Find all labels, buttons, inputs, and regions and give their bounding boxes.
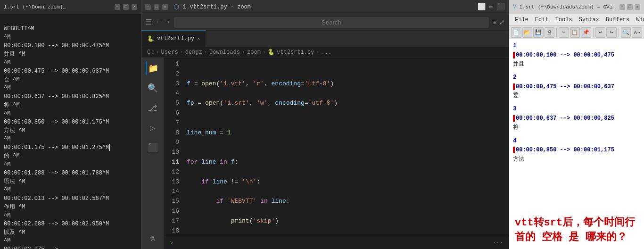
tab-close-icon[interactable]: ✕ [197, 36, 200, 42]
minimize-button[interactable]: − [115, 4, 120, 10]
left-win-controls: − □ × [115, 4, 137, 10]
line-num: 14 [164, 187, 179, 197]
gvim-undo-btn[interactable]: ↩ [595, 27, 606, 38]
gvim-save-btn[interactable]: 💾 [533, 27, 544, 38]
extensions-icon[interactable]: ⬛ [146, 141, 160, 155]
red-marker-3 [513, 115, 515, 122]
layout-icon[interactable]: ⬛ [497, 3, 505, 11]
code-line-5: line_num = 1 [187, 128, 505, 138]
gvim-toolbar: 📄 📂 💾 🖨 ✂ 📋 📌 ↩ ↪ 🔍 A→ [509, 26, 644, 39]
vscode-tab-active[interactable]: 🐍 vtt2srt1.py ✕ [141, 30, 206, 47]
vscode-nav-bar: ☰ ← → ⊞ ⤢ [141, 14, 509, 31]
line-num: 16 [164, 207, 179, 216]
back-arrow-icon[interactable]: ← [156, 17, 162, 27]
gvim-menu-syntax[interactable]: Syntax [576, 16, 602, 24]
gvim-minimize-btn[interactable]: − [619, 4, 625, 10]
gvim-menu-file[interactable]: File [512, 16, 531, 24]
line-num: 13 [164, 177, 179, 187]
vscode-win-controls: − □ × [145, 4, 168, 10]
gvim-open-btn[interactable]: 📂 [522, 27, 533, 38]
gvim-comment-area: vtt转srt后，每个时间行首的 空格 是 哪来的？ [509, 212, 644, 249]
editor-layout-icon[interactable]: ⊞ [493, 18, 496, 26]
srt-block-num-2: 2 [513, 73, 640, 83]
code-line-7: for line in f: [187, 158, 505, 167]
explorer-icon[interactable]: 📁 [146, 61, 160, 75]
breadcrumb-file-icon: 🐍 [268, 49, 275, 56]
breadcrumb-downloads: Downloads [209, 49, 240, 56]
code-content[interactable]: f = open('1.vtt', 'r', encoding='utf-8')… [183, 58, 509, 236]
gvim-menu-buffers[interactable]: Buffers [603, 16, 632, 24]
vscode-minimize-btn[interactable]: − [145, 4, 151, 10]
forward-arrow-icon[interactable]: → [164, 17, 171, 27]
srt-block-num-4: 4 [513, 136, 640, 146]
gvim-redo-btn[interactable]: ↪ [606, 27, 617, 38]
line-num: 2 [164, 69, 179, 79]
python-file-icon: 🐍 [147, 35, 154, 42]
comment-text: vtt转srt后，每个时间行首的 空格 是 哪来的？ [515, 217, 635, 243]
run-button[interactable]: ▷ [170, 239, 173, 246]
left-title-bar: 1.srt (~\Down…zoom)… − □ × [0, 0, 141, 14]
left-title-text: 1.srt (~\Down…zoom)… [4, 4, 66, 10]
gvim-paste-btn[interactable]: 📌 [581, 27, 591, 38]
line-num: 17 [164, 216, 179, 226]
red-marker-4 [513, 147, 515, 153]
maximize-button[interactable]: □ [123, 4, 129, 10]
code-line-3: fp = open('1.srt', 'w', encoding='utf-8'… [187, 99, 505, 108]
gvim-menu-tools[interactable]: Tools [553, 16, 575, 24]
gvim-menu-edit[interactable]: Edit [532, 16, 552, 24]
gvim-find-btn[interactable]: 🔍 [621, 27, 631, 38]
run-icon[interactable]: ▷ [146, 121, 160, 135]
gvim-replace-btn[interactable]: A→ [632, 27, 642, 38]
vscode-bottom-toolbar: ▷ ··· [164, 236, 509, 249]
source-control-icon[interactable]: ⎇ [146, 101, 160, 115]
srt-block-text-4: 方法 [513, 155, 640, 164]
gvim-menu-window[interactable]: Window [633, 16, 644, 24]
gvim-copy-btn[interactable]: 📋 [570, 27, 580, 38]
toolbar-sep-1 [556, 28, 557, 37]
search-icon[interactable]: 🔍 [146, 81, 160, 95]
gvim-panel: V 1.srt (~\Downloads\zoom) – GVi… − □ × … [509, 0, 644, 249]
nav-arrows: ← → [156, 17, 170, 27]
gvim-text-content[interactable]: 1 00:00:00,100 --> 00:00:00,475 并且 2 00:… [509, 39, 644, 212]
hamburger-icon[interactable]: ☰ [145, 17, 152, 27]
maximize-editor-icon[interactable]: ⤢ [499, 18, 505, 26]
toolbar-sep-3 [619, 28, 619, 37]
code-line-2: f = open('1.vtt', 'r', encoding='utf-8') [187, 79, 505, 89]
line-num: 9 [164, 138, 179, 148]
vscode-maximize-btn[interactable]: □ [154, 4, 159, 10]
breadcrumb-ellipsis: ... [322, 49, 332, 56]
gvim-maximize-btn[interactable]: □ [627, 4, 633, 10]
code-line-9: if 'WEBVTT' in line: [187, 197, 505, 207]
line-num: 18 [164, 226, 179, 236]
split-editor-icon[interactable]: ⬜ [478, 3, 486, 11]
left-text-panel: 1.srt (~\Down…zoom)… − □ × WEBBUTT^M ^M … [0, 0, 141, 249]
vscode-close-btn[interactable]: × [162, 4, 168, 10]
gvim-print-btn[interactable]: 🖨 [545, 27, 555, 38]
line-num: 11 [164, 158, 179, 167]
gvim-content-area: 1 00:00:00,100 --> 00:00:00,475 并且 2 00:… [509, 39, 644, 212]
vscode-title-icon: ⬡ [173, 3, 179, 11]
line-num: 7 [164, 118, 179, 128]
srt-block-text-3: 将 [513, 123, 640, 132]
line-num: 5 [164, 99, 179, 108]
gvim-cut-btn[interactable]: ✂ [559, 27, 569, 38]
gvim-new-btn[interactable]: 📄 [511, 27, 521, 38]
left-content: WEBBUTT^M ^M 00:00:00.100 --> 00:00:00.4… [0, 14, 141, 249]
srt-block-text-1: 并且 [513, 60, 640, 69]
line-num: 4 [164, 89, 179, 99]
close-button[interactable]: × [132, 4, 137, 10]
gvim-title-icon: V [513, 4, 516, 10]
more-options-icon[interactable]: ··· [493, 240, 503, 246]
gvim-win-controls: − □ × [619, 4, 640, 10]
line-num: 3 [164, 79, 179, 89]
toggle-panel-icon[interactable]: ▭ [489, 3, 493, 11]
line-num: 12 [164, 167, 179, 177]
line-num: 10 [164, 148, 179, 158]
search-input[interactable] [174, 17, 488, 28]
breadcrumb-file: vtt2srt1.py [277, 49, 314, 56]
line-num: 8 [164, 128, 179, 138]
gvim-close-btn[interactable]: × [635, 4, 640, 10]
testing-icon[interactable]: ⚗️ [146, 231, 160, 245]
srt-block-text-2: 委 [513, 91, 640, 100]
breadcrumb-zoom: zoom [247, 49, 261, 56]
